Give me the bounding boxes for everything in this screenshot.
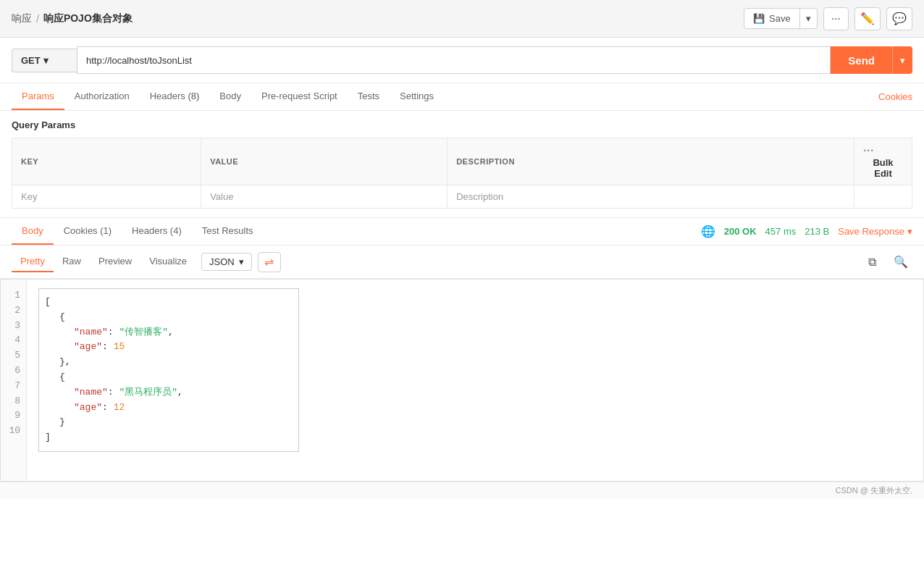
breadcrumb-current: 响应POJO集合对象 xyxy=(43,12,133,25)
tab-params[interactable]: Params xyxy=(12,83,64,110)
url-bar: GET ▾ Send ▾ xyxy=(0,38,924,83)
line-4: "age": 15 xyxy=(45,340,293,355)
more-options-button[interactable]: ··· xyxy=(823,7,849,30)
key-cell[interactable]: Key xyxy=(12,185,201,209)
tab-pre-request[interactable]: Pre-request Script xyxy=(251,83,348,110)
params-section: Query Params KEY VALUE DESCRIPTION ··· B… xyxy=(0,111,924,217)
resp-tab-body[interactable]: Body xyxy=(12,218,54,245)
save-button-group[interactable]: 💾 Save ▾ xyxy=(744,8,818,29)
method-label: GET xyxy=(21,55,41,66)
search-icon: 🔍 xyxy=(894,255,908,269)
col-description: DESCRIPTION xyxy=(448,138,854,185)
copy-button[interactable]: ⧉ xyxy=(860,252,883,272)
col-value: VALUE xyxy=(201,138,448,185)
line-7: "name": "黑马程序员", xyxy=(45,385,293,400)
format-tab-pretty[interactable]: Pretty xyxy=(12,251,54,272)
response-size: 213 B xyxy=(805,226,829,237)
line-9: } xyxy=(45,415,293,430)
save-response-button[interactable]: Save Response ▾ xyxy=(838,226,912,237)
value-cell[interactable]: Value xyxy=(201,185,448,209)
save-response-chevron: ▾ xyxy=(907,226,912,237)
col-actions: ··· Bulk Edit xyxy=(854,138,912,185)
save-dropdown-arrow[interactable]: ▾ xyxy=(799,9,817,28)
action-cell xyxy=(854,185,912,209)
line-6: { xyxy=(45,370,293,385)
line-3: "name": "传智播客", xyxy=(45,325,293,340)
response-tabs: Body Cookies (1) Headers (4) Test Result… xyxy=(0,218,924,246)
save-button[interactable]: 💾 Save xyxy=(744,9,799,28)
save-icon: 💾 xyxy=(753,13,765,24)
save-label: Save xyxy=(769,13,791,24)
top-bar: 响应 / 响应POJO集合对象 💾 Save ▾ ··· ✏️ 💬 xyxy=(0,0,924,38)
breadcrumb-sep: / xyxy=(36,13,39,25)
col-dots[interactable]: ··· xyxy=(863,144,874,156)
resp-tab-test-results[interactable]: Test Results xyxy=(192,218,264,245)
json-format-select[interactable]: JSON ▾ xyxy=(201,253,252,271)
search-button[interactable]: 🔍 xyxy=(889,252,912,272)
line-1: [ xyxy=(45,295,293,310)
desc-cell[interactable]: Description xyxy=(448,185,854,209)
format-tab-raw[interactable]: Raw xyxy=(54,251,90,272)
format-tab-preview[interactable]: Preview xyxy=(90,251,140,272)
send-button[interactable]: Send xyxy=(831,46,892,74)
line-10: ] xyxy=(45,430,293,445)
breadcrumb-parent: 响应 xyxy=(12,12,32,25)
line-5: }, xyxy=(45,355,293,370)
comment-icon: 💬 xyxy=(892,12,907,25)
top-actions: 💾 Save ▾ ··· ✏️ 💬 xyxy=(744,7,912,30)
wrap-button[interactable]: ⇌ xyxy=(258,252,281,272)
line-numbers: 1 2 3 4 5 6 7 8 9 10 xyxy=(1,280,27,481)
copy-icon: ⧉ xyxy=(868,256,876,269)
response-time: 457 ms xyxy=(765,226,797,237)
status-code: 200 OK xyxy=(724,226,757,237)
format-tabs: Pretty Raw Preview Visualize xyxy=(12,251,196,272)
breadcrumb: 响应 / 响应POJO集合对象 xyxy=(12,12,133,25)
tab-authorization[interactable]: Authorization xyxy=(64,83,140,110)
method-chevron: ▾ xyxy=(43,55,49,66)
resp-tab-cookies[interactable]: Cookies (1) xyxy=(54,218,122,245)
save-response-label: Save Response xyxy=(838,226,904,237)
json-label: JSON xyxy=(209,256,235,267)
tab-tests[interactable]: Tests xyxy=(348,83,390,110)
globe-icon: 🌐 xyxy=(701,225,715,238)
request-tabs: Params Authorization Headers (8) Body Pr… xyxy=(0,83,924,111)
send-dropdown-arrow[interactable]: ▾ xyxy=(892,46,912,74)
line-2: { xyxy=(45,310,293,325)
json-chevron: ▾ xyxy=(239,256,244,267)
col-key: KEY xyxy=(12,138,201,185)
edit-icon: ✏️ xyxy=(860,12,875,25)
tab-headers[interactable]: Headers (8) xyxy=(140,83,210,110)
footer-text: CSDN @ 失重外太空. xyxy=(835,486,912,495)
code-area: 1 2 3 4 5 6 7 8 9 10 [ { "name": "传智播客",… xyxy=(0,279,924,482)
code-content: [ { "name": "传智播客", "age": 15 }, { "name… xyxy=(27,280,923,481)
line-8: "age": 12 xyxy=(45,400,293,416)
response-status: 🌐 200 OK 457 ms 213 B Save Response ▾ xyxy=(701,225,912,238)
tab-settings[interactable]: Settings xyxy=(390,83,444,110)
tab-body[interactable]: Body xyxy=(209,83,251,110)
comment-button[interactable]: 💬 xyxy=(886,7,912,30)
response-icons: ⧉ 🔍 xyxy=(860,252,912,272)
bulk-edit-button[interactable]: Bulk Edit xyxy=(863,157,903,179)
tab-cookies[interactable]: Cookies xyxy=(878,91,912,102)
method-select[interactable]: GET ▾ xyxy=(12,49,77,72)
send-button-group: Send ▾ xyxy=(831,46,912,74)
table-row: Key Value Description xyxy=(12,185,912,209)
format-tab-visualize[interactable]: Visualize xyxy=(140,251,196,272)
edit-button[interactable]: ✏️ xyxy=(854,7,881,30)
query-params-label: Query Params xyxy=(12,119,912,130)
wrap-icon: ⇌ xyxy=(264,255,274,269)
footer: CSDN @ 失重外太空. xyxy=(0,482,924,499)
url-input[interactable] xyxy=(77,46,831,74)
resp-tab-headers[interactable]: Headers (4) xyxy=(122,218,192,245)
response-toolbar: Pretty Raw Preview Visualize JSON ▾ ⇌ ⧉ … xyxy=(0,246,924,279)
params-table: KEY VALUE DESCRIPTION ··· Bulk Edit Key … xyxy=(12,138,912,209)
json-block: [ { "name": "传智播客", "age": 15 }, { "name… xyxy=(38,288,299,452)
